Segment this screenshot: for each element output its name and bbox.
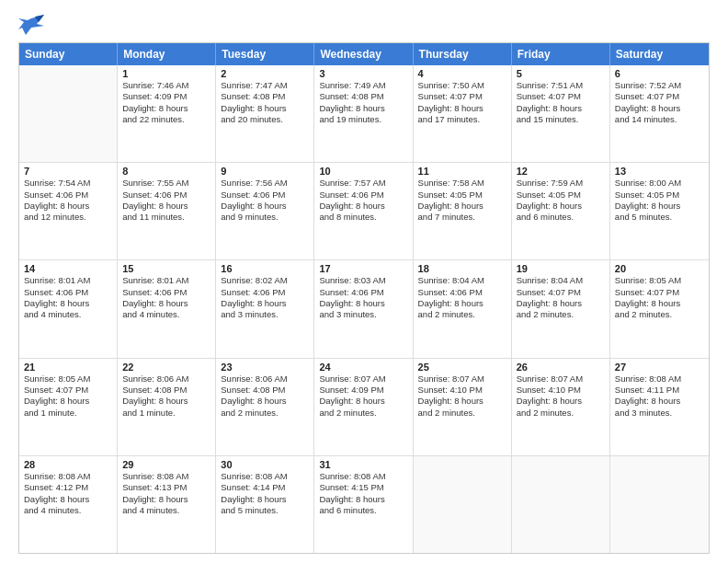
cell-info-line: Sunset: 4:06 PM (221, 190, 309, 201)
cell-info-line: and 3 minutes. (615, 408, 704, 419)
cell-info-line: Sunset: 4:07 PM (24, 385, 112, 396)
cell-info-line: Sunset: 4:06 PM (24, 190, 112, 201)
cell-info-line: Sunset: 4:05 PM (615, 190, 704, 201)
day-number: 10 (319, 166, 407, 177)
cell-info-line: Sunrise: 8:00 AM (615, 178, 704, 189)
cell-info-line: Sunset: 4:08 PM (122, 385, 210, 396)
cell-info-line: Sunrise: 8:01 AM (122, 275, 210, 286)
day-number: 15 (122, 263, 210, 274)
cell-info-line: and 7 minutes. (418, 212, 506, 223)
cell-info-line: Daylight: 8 hours (221, 494, 309, 505)
calendar-cell: 17Sunrise: 8:03 AMSunset: 4:06 PMDayligh… (314, 260, 413, 357)
cell-info-line: Sunset: 4:05 PM (517, 190, 605, 201)
cell-info-line: Daylight: 8 hours (319, 298, 407, 309)
cell-info-line: Sunset: 4:06 PM (221, 287, 309, 298)
calendar-cell: 30Sunrise: 8:08 AMSunset: 4:14 PMDayligh… (216, 456, 314, 553)
day-number: 14 (24, 263, 112, 274)
day-number: 31 (319, 459, 407, 470)
cell-info-line: and 17 minutes. (418, 114, 506, 125)
cell-info-line: Sunset: 4:06 PM (319, 190, 407, 201)
cell-info-line: Daylight: 8 hours (615, 396, 704, 407)
cell-info-line: Sunset: 4:07 PM (418, 91, 506, 102)
cell-info-line: Daylight: 8 hours (517, 103, 605, 114)
cell-info-line: and 20 minutes. (221, 114, 309, 125)
cell-info-line: and 15 minutes. (517, 114, 605, 125)
calendar-cell: 21Sunrise: 8:05 AMSunset: 4:07 PMDayligh… (19, 359, 118, 455)
cell-info-line: Sunset: 4:05 PM (418, 190, 506, 201)
calendar-cell: 18Sunrise: 8:04 AMSunset: 4:06 PMDayligh… (414, 260, 512, 357)
cell-info-line: Sunrise: 8:03 AM (319, 275, 407, 286)
cell-info-line: and 2 minutes. (517, 309, 605, 320)
calendar-cell: 12Sunrise: 7:59 AMSunset: 4:05 PMDayligh… (512, 163, 610, 259)
cell-info-line: Sunrise: 7:52 AM (615, 80, 704, 91)
cell-info-line: Sunrise: 7:51 AM (517, 80, 605, 91)
day-number: 20 (615, 263, 704, 274)
calendar-header-cell: Wednesday (314, 43, 413, 65)
cell-info-line: Sunrise: 7:54 AM (24, 178, 112, 189)
calendar-cell: 20Sunrise: 8:05 AMSunset: 4:07 PMDayligh… (610, 260, 709, 357)
day-number: 8 (122, 166, 210, 177)
cell-info-line: Sunrise: 8:08 AM (319, 471, 407, 482)
cell-info-line: Daylight: 8 hours (122, 201, 210, 212)
cell-info-line: Daylight: 8 hours (24, 201, 112, 212)
day-number: 30 (221, 459, 309, 470)
day-number: 13 (615, 166, 704, 177)
calendar-cell (19, 65, 118, 162)
cell-info-line: and 2 minutes. (615, 309, 704, 320)
cell-info-line: Sunrise: 8:05 AM (24, 373, 112, 385)
cell-info-line: and 14 minutes. (615, 114, 704, 125)
header (18, 15, 710, 35)
cell-info-line: and 19 minutes. (319, 114, 407, 125)
cell-info-line: Sunset: 4:07 PM (517, 287, 605, 298)
cell-info-line: Sunrise: 8:02 AM (221, 275, 309, 286)
calendar-cell: 4Sunrise: 7:50 AMSunset: 4:07 PMDaylight… (414, 65, 512, 162)
calendar-cell: 14Sunrise: 8:01 AMSunset: 4:06 PMDayligh… (19, 260, 118, 357)
cell-info-line: Sunset: 4:07 PM (615, 287, 704, 298)
cell-info-line: Sunset: 4:12 PM (24, 482, 112, 493)
cell-info-line: Daylight: 8 hours (517, 201, 605, 212)
cell-info-line: Daylight: 8 hours (319, 103, 407, 114)
cell-info-line: Sunrise: 8:04 AM (418, 275, 506, 286)
calendar-header-cell: Thursday (414, 43, 512, 65)
calendar-week-row: 21Sunrise: 8:05 AMSunset: 4:07 PMDayligh… (19, 358, 709, 455)
cell-info-line: and 3 minutes. (221, 309, 309, 320)
cell-info-line: Daylight: 8 hours (319, 201, 407, 212)
day-number: 21 (24, 362, 112, 373)
calendar-cell: 1Sunrise: 7:46 AMSunset: 4:09 PMDaylight… (118, 65, 216, 162)
calendar-week-row: 1Sunrise: 7:46 AMSunset: 4:09 PMDaylight… (19, 65, 709, 162)
cell-info-line: and 2 minutes. (517, 408, 605, 419)
calendar-cell (414, 456, 512, 553)
cell-info-line: Daylight: 8 hours (122, 103, 210, 114)
cell-info-line: and 2 minutes. (319, 408, 407, 419)
cell-info-line: Daylight: 8 hours (24, 298, 112, 309)
day-number: 22 (122, 362, 210, 373)
day-number: 19 (517, 263, 605, 274)
cell-info-line: Sunrise: 7:49 AM (319, 80, 407, 91)
day-number: 24 (319, 362, 407, 373)
cell-info-line: Daylight: 8 hours (221, 298, 309, 309)
calendar-cell: 3Sunrise: 7:49 AMSunset: 4:08 PMDaylight… (314, 65, 413, 162)
calendar-cell: 25Sunrise: 8:07 AMSunset: 4:10 PMDayligh… (414, 359, 512, 455)
calendar-cell: 31Sunrise: 8:08 AMSunset: 4:15 PMDayligh… (314, 456, 413, 553)
calendar-header-cell: Tuesday (216, 43, 314, 65)
calendar-header-cell: Sunday (19, 43, 118, 65)
calendar-cell: 22Sunrise: 8:06 AMSunset: 4:08 PMDayligh… (118, 359, 216, 455)
cell-info-line: Sunset: 4:08 PM (221, 385, 309, 396)
cell-info-line: and 22 minutes. (122, 114, 210, 125)
cell-info-line: and 2 minutes. (418, 408, 506, 419)
cell-info-line: and 3 minutes. (319, 309, 407, 320)
calendar-cell: 9Sunrise: 7:56 AMSunset: 4:06 PMDaylight… (216, 163, 314, 259)
calendar-cell: 16Sunrise: 8:02 AMSunset: 4:06 PMDayligh… (216, 260, 314, 357)
cell-info-line: Sunset: 4:06 PM (418, 287, 506, 298)
day-number: 17 (319, 263, 407, 274)
day-number: 2 (221, 68, 309, 79)
day-number: 18 (418, 263, 506, 274)
logo-icon (18, 15, 44, 35)
day-number: 7 (24, 166, 112, 177)
calendar-cell: 6Sunrise: 7:52 AMSunset: 4:07 PMDaylight… (610, 65, 709, 162)
calendar-header-cell: Saturday (610, 43, 709, 65)
day-number: 29 (122, 459, 210, 470)
cell-info-line: Daylight: 8 hours (418, 201, 506, 212)
cell-info-line: Sunrise: 7:55 AM (122, 178, 210, 189)
day-number: 12 (517, 166, 605, 177)
